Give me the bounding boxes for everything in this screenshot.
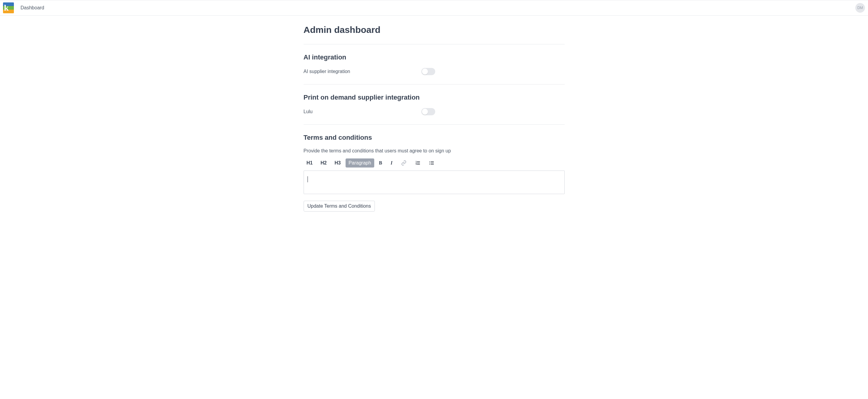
svg-text:3: 3 bbox=[416, 163, 417, 165]
toggle-lulu[interactable] bbox=[421, 108, 435, 115]
page-title: Admin dashboard bbox=[304, 25, 565, 35]
svg-point-9 bbox=[430, 161, 430, 162]
unordered-list-icon bbox=[429, 160, 435, 166]
toggle-ai-supplier[interactable] bbox=[421, 68, 435, 75]
section-ai-integration: AI integration AI supplier integration bbox=[304, 44, 565, 84]
toggle-knob bbox=[422, 109, 428, 115]
unordered-list-button[interactable] bbox=[426, 158, 438, 167]
toggle-label-ai-supplier: AI supplier integration bbox=[304, 69, 415, 74]
toggle-row-ai-supplier: AI supplier integration bbox=[304, 68, 565, 75]
section-title-terms: Terms and conditions bbox=[304, 134, 565, 142]
toggle-row-lulu: Lulu bbox=[304, 108, 565, 115]
section-title-ai: AI integration bbox=[304, 54, 565, 61]
heading-1-button[interactable]: H1 bbox=[304, 158, 316, 167]
topbar-left: k Dashboard bbox=[3, 2, 44, 13]
heading-2-button[interactable]: H2 bbox=[317, 158, 330, 167]
text-cursor bbox=[308, 176, 308, 182]
link-button[interactable] bbox=[398, 158, 410, 167]
toggle-label-lulu: Lulu bbox=[304, 109, 415, 114]
terms-editor[interactable] bbox=[304, 171, 565, 194]
logo-letter: k bbox=[4, 3, 10, 13]
avatar[interactable]: DM bbox=[855, 3, 865, 13]
section-desc-terms: Provide the terms and conditions that us… bbox=[304, 148, 565, 154]
update-terms-button[interactable]: Update Terms and Conditions bbox=[304, 201, 375, 212]
ordered-list-icon: 1 2 3 bbox=[415, 160, 421, 166]
section-title-pod: Print on demand supplier integration bbox=[304, 94, 565, 101]
breadcrumb[interactable]: Dashboard bbox=[21, 5, 44, 10]
bold-button[interactable]: B bbox=[376, 158, 385, 167]
page-content: Admin dashboard AI integration AI suppli… bbox=[304, 16, 565, 233]
heading-3-button[interactable]: H3 bbox=[331, 158, 343, 167]
italic-button[interactable]: I bbox=[387, 158, 396, 167]
topbar: k Dashboard DM bbox=[0, 0, 868, 16]
ordered-list-button[interactable]: 1 2 3 bbox=[412, 158, 424, 167]
svg-point-10 bbox=[430, 163, 430, 163]
toggle-knob bbox=[422, 68, 428, 74]
editor-toolbar: H1 H2 H3 Paragraph B I 1 2 3 bbox=[304, 158, 565, 167]
app-logo[interactable]: k bbox=[3, 2, 14, 13]
link-icon bbox=[401, 160, 407, 166]
paragraph-button[interactable]: Paragraph bbox=[346, 158, 374, 167]
section-terms: Terms and conditions Provide the terms a… bbox=[304, 124, 565, 215]
svg-point-11 bbox=[430, 164, 430, 164]
section-pod-integration: Print on demand supplier integration Lul… bbox=[304, 84, 565, 124]
